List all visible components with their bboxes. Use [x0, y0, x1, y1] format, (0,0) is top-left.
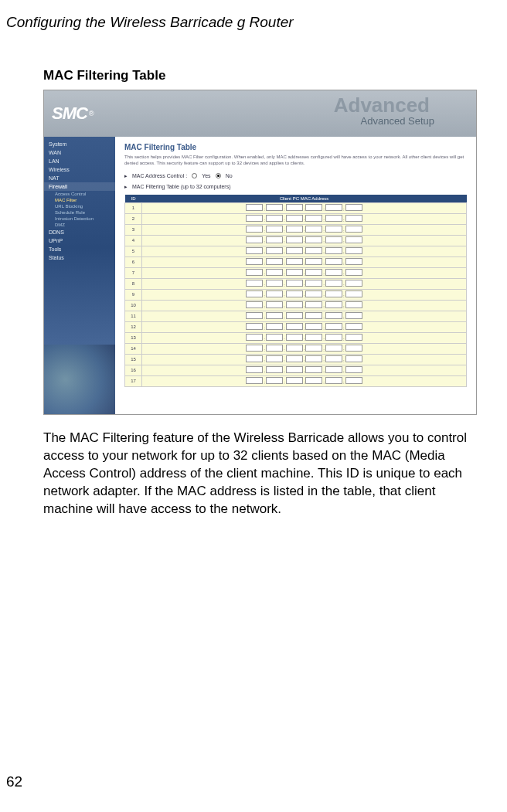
sidebar-sub-dmz[interactable]: DMZ [44, 222, 115, 228]
mac-octet-input[interactable] [266, 323, 283, 330]
mac-octet-input[interactable] [305, 355, 322, 362]
mac-octet-input[interactable] [266, 312, 283, 319]
mac-octet-input[interactable] [325, 312, 342, 319]
mac-octet-input[interactable] [266, 301, 283, 308]
mac-octet-input[interactable] [286, 226, 303, 233]
mac-octet-input[interactable] [305, 301, 322, 308]
mac-octet-input[interactable] [325, 323, 342, 330]
mac-octet-input[interactable] [325, 215, 342, 222]
mac-octet-input[interactable] [345, 355, 362, 362]
radio-no[interactable] [216, 173, 221, 178]
mac-octet-input[interactable] [305, 290, 322, 297]
mac-octet-input[interactable] [325, 236, 342, 243]
mac-octet-input[interactable] [286, 355, 303, 362]
sidebar-item-system[interactable]: System [44, 140, 115, 148]
mac-octet-input[interactable] [345, 290, 362, 297]
sidebar-item-upnp[interactable]: UPnP [44, 236, 115, 245]
mac-octet-input[interactable] [345, 226, 362, 233]
mac-octet-input[interactable] [325, 204, 342, 211]
mac-octet-input[interactable] [266, 355, 283, 362]
sidebar-item-firewall[interactable]: Firewall [44, 182, 115, 191]
mac-octet-input[interactable] [246, 290, 263, 297]
mac-octet-input[interactable] [286, 258, 303, 265]
mac-octet-input[interactable] [266, 236, 283, 243]
mac-octet-input[interactable] [345, 366, 362, 373]
radio-yes[interactable] [192, 173, 197, 178]
mac-octet-input[interactable] [286, 334, 303, 341]
mac-octet-input[interactable] [266, 269, 283, 276]
sidebar-item-nat[interactable]: NAT [44, 174, 115, 182]
mac-octet-input[interactable] [345, 215, 362, 222]
mac-octet-input[interactable] [305, 345, 322, 352]
mac-octet-input[interactable] [325, 258, 342, 265]
mac-octet-input[interactable] [305, 366, 322, 373]
mac-octet-input[interactable] [305, 247, 322, 254]
mac-octet-input[interactable] [345, 312, 362, 319]
sidebar-item-tools[interactable]: Tools [44, 245, 115, 253]
mac-octet-input[interactable] [286, 204, 303, 211]
mac-octet-input[interactable] [325, 355, 342, 362]
mac-octet-input[interactable] [345, 236, 362, 243]
mac-octet-input[interactable] [266, 215, 283, 222]
mac-octet-input[interactable] [246, 247, 263, 254]
mac-octet-input[interactable] [246, 323, 263, 330]
sidebar-item-ddns[interactable]: DDNS [44, 228, 115, 236]
sidebar-item-status[interactable]: Status [44, 253, 115, 262]
mac-octet-input[interactable] [345, 269, 362, 276]
mac-octet-input[interactable] [305, 323, 322, 330]
mac-octet-input[interactable] [266, 280, 283, 287]
mac-octet-input[interactable] [246, 204, 263, 211]
mac-octet-input[interactable] [286, 269, 303, 276]
mac-octet-input[interactable] [266, 258, 283, 265]
mac-octet-input[interactable] [325, 377, 342, 384]
mac-octet-input[interactable] [305, 258, 322, 265]
mac-octet-input[interactable] [266, 366, 283, 373]
mac-octet-input[interactable] [325, 280, 342, 287]
sidebar-sub-access-control[interactable]: Access Control [44, 191, 115, 197]
sidebar-sub-mac-filter[interactable]: MAC Filter [44, 197, 115, 203]
mac-octet-input[interactable] [286, 280, 303, 287]
mac-octet-input[interactable] [325, 290, 342, 297]
mac-octet-input[interactable] [286, 236, 303, 243]
mac-octet-input[interactable] [286, 345, 303, 352]
mac-octet-input[interactable] [246, 355, 263, 362]
mac-octet-input[interactable] [305, 280, 322, 287]
mac-octet-input[interactable] [246, 236, 263, 243]
mac-octet-input[interactable] [246, 345, 263, 352]
sidebar-sub-intrusion[interactable]: Intrusion Detection [44, 216, 115, 222]
mac-octet-input[interactable] [345, 323, 362, 330]
mac-octet-input[interactable] [246, 226, 263, 233]
mac-octet-input[interactable] [345, 301, 362, 308]
mac-octet-input[interactable] [345, 345, 362, 352]
mac-octet-input[interactable] [305, 236, 322, 243]
mac-octet-input[interactable] [325, 301, 342, 308]
mac-octet-input[interactable] [286, 323, 303, 330]
mac-octet-input[interactable] [246, 215, 263, 222]
mac-octet-input[interactable] [345, 280, 362, 287]
mac-octet-input[interactable] [266, 226, 283, 233]
mac-octet-input[interactable] [286, 312, 303, 319]
sidebar-item-wan[interactable]: WAN [44, 148, 115, 157]
mac-octet-input[interactable] [286, 215, 303, 222]
mac-octet-input[interactable] [325, 247, 342, 254]
mac-octet-input[interactable] [246, 334, 263, 341]
mac-octet-input[interactable] [325, 269, 342, 276]
mac-octet-input[interactable] [345, 204, 362, 211]
sidebar-sub-schedule-rule[interactable]: Schedule Rule [44, 209, 115, 216]
mac-octet-input[interactable] [305, 377, 322, 384]
mac-octet-input[interactable] [246, 366, 263, 373]
mac-octet-input[interactable] [305, 312, 322, 319]
mac-octet-input[interactable] [246, 377, 263, 384]
mac-octet-input[interactable] [246, 258, 263, 265]
mac-octet-input[interactable] [266, 377, 283, 384]
mac-octet-input[interactable] [246, 312, 263, 319]
mac-octet-input[interactable] [266, 334, 283, 341]
mac-octet-input[interactable] [246, 280, 263, 287]
mac-octet-input[interactable] [266, 204, 283, 211]
mac-octet-input[interactable] [266, 345, 283, 352]
mac-octet-input[interactable] [345, 258, 362, 265]
mac-octet-input[interactable] [266, 290, 283, 297]
sidebar-item-lan[interactable]: LAN [44, 157, 115, 165]
mac-octet-input[interactable] [345, 247, 362, 254]
mac-octet-input[interactable] [246, 301, 263, 308]
